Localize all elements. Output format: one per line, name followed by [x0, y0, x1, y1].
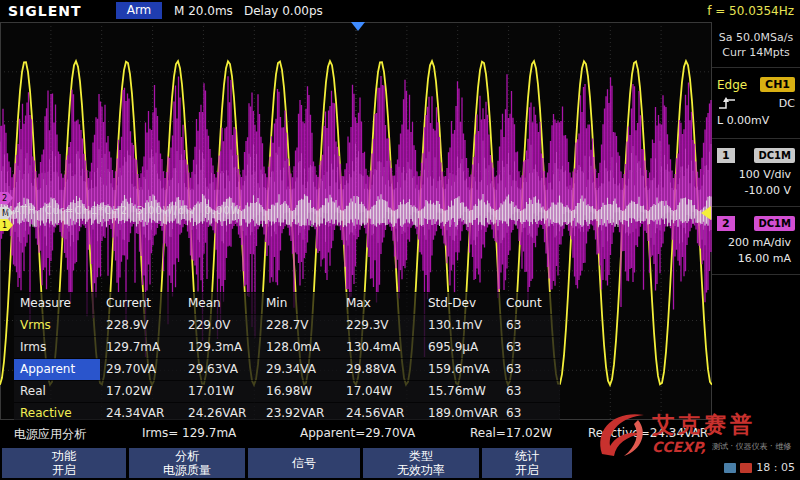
measure-name: Irms	[14, 337, 100, 358]
value-count: 63	[500, 315, 544, 336]
clock-time: 18 : 05	[756, 461, 795, 474]
table-row-vrms: Vrms 228.9V 229.0V 228.7V 229.3V 130.1mV…	[14, 314, 560, 336]
irms-readout: Irms= 129.7mA	[142, 426, 236, 440]
value-max: 229.3V	[340, 315, 422, 336]
right-info-panel: Sa 50.0MSa/s Curr 14Mpts Edge CH1 DC L 0…	[712, 22, 800, 420]
value-max: 24.56VAR	[340, 403, 422, 420]
memory-depth-readout: Curr 14Mpts	[714, 45, 798, 60]
softkey-label: 类型	[409, 449, 433, 463]
softkey-function[interactable]: 功能 开启	[2, 448, 126, 478]
channel2-coupling-badge: DC1M	[754, 216, 795, 231]
table-row-reactive: Reactive 24.34VAR 24.26VAR 23.92VAR 24.5…	[14, 402, 560, 420]
softkey-label: 统计	[515, 449, 539, 463]
channel2-panel[interactable]: 2 DC1M 200 mA/div 16.00 mA	[712, 207, 800, 275]
trigger-coupling-label: DC	[779, 97, 795, 110]
value-min: 128.0mA	[260, 337, 340, 358]
value-current: 24.34VAR	[100, 403, 182, 420]
softkey-analysis[interactable]: 分析 电源质量	[129, 448, 245, 478]
softkey-label: 功能	[52, 449, 76, 463]
reactive-power-readout: Reactive=24.34VAR	[588, 426, 708, 440]
value-max: 29.88VA	[340, 359, 422, 380]
softkey-menu-bar: 功能 开启 分析 电源质量 信号 类型 无效功率 统计 开启	[0, 446, 800, 480]
value-current: 29.70VA	[100, 359, 182, 380]
channel1-panel[interactable]: 1 DC1M 100 V/div -10.00 V	[712, 139, 800, 207]
channel1-coupling-badge: DC1M	[754, 148, 795, 163]
table-row-irms: Irms 129.7mA 129.3mA 128.0mA 130.4mA 695…	[14, 336, 560, 358]
acquisition-info: Sa 50.0MSa/s Curr 14Mpts	[712, 22, 800, 68]
rising-edge-icon	[717, 96, 737, 110]
value-count: 63	[500, 403, 544, 420]
apparent-power-readout: Apparent=29.70VA	[300, 426, 415, 440]
svg-text:2: 2	[2, 194, 7, 203]
channel1-number-badge: 1	[717, 148, 735, 163]
col-measure: Measure	[14, 293, 100, 314]
softkey-value: 开启	[515, 463, 539, 477]
value-current: 129.7mA	[100, 337, 182, 358]
value-max: 130.4mA	[340, 337, 422, 358]
value-stddev: 15.76mW	[422, 381, 500, 402]
trigger-level-readout: L 0.00mV	[717, 114, 769, 127]
real-power-readout: Real=17.02W	[470, 426, 552, 440]
value-count: 63	[500, 359, 544, 380]
measure-name: Reactive	[14, 403, 100, 420]
value-stddev: 695.9µA	[422, 337, 500, 358]
svg-text:1: 1	[2, 221, 7, 230]
value-mean: 24.26VAR	[182, 403, 260, 420]
channel1-scale-readout: 100 V/div	[717, 167, 795, 183]
softkey-label: 信号	[292, 456, 316, 470]
value-mean: 17.01W	[182, 381, 260, 402]
trigger-source-badge: CH1	[760, 77, 795, 92]
sample-rate-readout: Sa 50.0MSa/s	[714, 30, 798, 45]
measure-name: Vrms	[14, 315, 100, 336]
measure-statistics-table: Measure Current Mean Min Max Std-Dev Cou…	[14, 292, 560, 420]
softkey-value: 开启	[52, 463, 76, 477]
value-count: 63	[500, 381, 544, 402]
channel2-number-badge: 2	[717, 216, 735, 231]
softkey-signal[interactable]: 信号	[248, 448, 360, 478]
softkey-value: 无效功率	[397, 463, 445, 477]
value-min: 228.7V	[260, 315, 340, 336]
value-max: 17.04W	[340, 381, 422, 402]
clock-area: 18 : 05	[724, 461, 795, 474]
measure-name: Apparent	[14, 359, 100, 380]
value-stddev: 159.6mVA	[422, 359, 500, 380]
col-stddev: Std-Dev	[422, 293, 500, 314]
col-count: Count	[500, 293, 544, 314]
timebase-readout: M 20.0ms	[174, 4, 233, 18]
value-stddev: 189.0mVAR	[422, 403, 500, 420]
analysis-title: 电源应用分析	[14, 426, 86, 443]
acquisition-state-badge: Arm	[116, 2, 162, 19]
value-current: 228.9V	[100, 315, 182, 336]
table-row-real: Real 17.02W 17.01W 16.98W 17.04W 15.76mW…	[14, 380, 560, 402]
value-min: 23.92VAR	[260, 403, 340, 420]
value-min: 16.98W	[260, 381, 340, 402]
siglent-logo: SIGLENT	[8, 3, 82, 19]
trigger-panel[interactable]: Edge CH1 DC L 0.00mV	[712, 68, 800, 139]
col-mean: Mean	[182, 293, 260, 314]
trigger-mode-label: Edge	[717, 78, 747, 92]
channel1-offset-readout: -10.00 V	[717, 183, 795, 199]
softkey-type[interactable]: 类型 无效功率	[363, 448, 479, 478]
value-mean: 229.0V	[182, 315, 260, 336]
value-current: 17.02W	[100, 381, 182, 402]
value-mean: 29.63VA	[182, 359, 260, 380]
softkey-statistics[interactable]: 统计 开启	[482, 448, 572, 478]
softkey-value: 电源质量	[163, 463, 211, 477]
record-status-icon	[740, 463, 752, 473]
frequency-counter: f = 50.0354Hz	[707, 4, 794, 18]
waveform-display-area: 2M1 MATH Cur=CH1*CH2 5.00W/div 0.00W Mea…	[0, 22, 712, 420]
channel2-offset-readout: 16.00 mA	[717, 251, 795, 267]
col-current: Current	[100, 293, 182, 314]
delay-readout: Delay 0.00ps	[244, 4, 323, 18]
softkey-label: 分析	[175, 449, 199, 463]
col-min: Min	[260, 293, 340, 314]
value-mean: 129.3mA	[182, 337, 260, 358]
measure-table-header: Measure Current Mean Min Max Std-Dev Cou…	[14, 292, 560, 314]
power-analysis-status-bar: 电源应用分析 Irms= 129.7mA Apparent=29.70VA Re…	[0, 420, 800, 446]
channel2-scale-readout: 200 mA/div	[717, 235, 795, 251]
table-row-apparent: Apparent 29.70VA 29.63VA 29.34VA 29.88VA…	[14, 358, 560, 380]
col-max: Max	[340, 293, 422, 314]
top-status-bar: SIGLENT Arm M 20.0ms Delay 0.00ps f = 50…	[0, 0, 800, 22]
value-min: 29.34VA	[260, 359, 340, 380]
math-trace-label: MATH Cur=CH1*CH2 5.00W/div 0.00W	[4, 205, 242, 216]
